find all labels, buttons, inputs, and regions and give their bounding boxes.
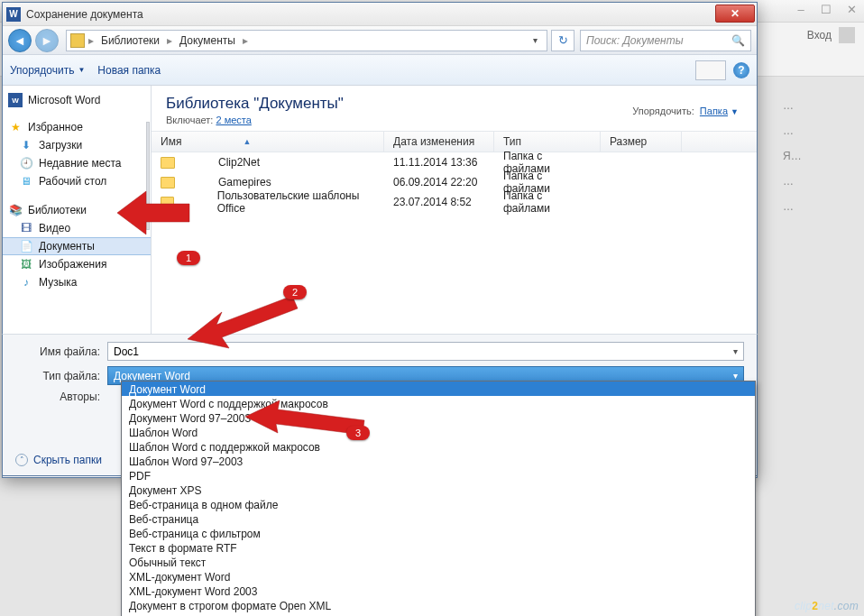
music-icon: ♪ — [19, 275, 33, 290]
filename-label: Имя файла: — [15, 345, 100, 358]
file-name: Gamepires — [218, 176, 271, 188]
search-input[interactable]: Поиск: Документы 🔍 — [580, 30, 751, 51]
sidebar-item-favorites[interactable]: ★ Избранное — [3, 118, 151, 136]
file-date: 23.07.2014 8:52 — [384, 192, 494, 212]
sidebar-item-downloads[interactable]: ⬇ Загрузки — [3, 136, 151, 154]
filetype-option[interactable]: Документ в строгом формате Open XML — [122, 598, 755, 612]
search-icon: 🔍 — [731, 34, 745, 47]
annotation-badge-3: 3 — [346, 426, 370, 440]
column-type[interactable]: Тип — [494, 132, 601, 152]
filetype-option[interactable]: Обычный текст — [122, 555, 755, 569]
dialog-title: Сохранение документа — [26, 8, 143, 21]
toolbar: Упорядочить▼ Новая папка ? — [3, 55, 757, 86]
desktop-icon: 🖥 — [19, 174, 33, 188]
annotation-badge-2: 2 — [283, 285, 307, 299]
filetype-option[interactable]: Документ Word — [122, 382, 755, 396]
filetype-option[interactable]: Шаблон Word с поддержкой макросов — [122, 439, 755, 454]
library-sort: Упорядочить: Папка ▼ — [632, 106, 739, 116]
filetype-option[interactable]: Веб-страница в одном файле — [122, 497, 755, 511]
login-label: Вход — [807, 29, 832, 41]
chevron-right-icon: ▸ — [243, 34, 248, 47]
authors-label: Авторы: — [15, 391, 100, 403]
word-icon: W — [8, 93, 23, 107]
app-close-button[interactable]: ✕ — [839, 0, 864, 18]
new-folder-button[interactable]: Новая папка — [97, 64, 161, 77]
dialog-close-button[interactable]: ✕ — [715, 5, 755, 23]
breadcrumb[interactable]: ▸ Библиотеки ▸ Документы ▸ ▾ — [66, 30, 547, 51]
recent-icon: 🕘 — [19, 156, 33, 170]
file-name: Clip2Net — [218, 156, 260, 169]
video-icon: 🎞 — [19, 221, 33, 235]
sidebar-item-music[interactable]: ♪ Музыка — [3, 273, 151, 291]
sidebar-item-word[interactable]: W Microsoft Word — [3, 91, 151, 109]
filetype-option[interactable]: Веб-страница с фильтром — [122, 526, 755, 540]
column-date[interactable]: Дата изменения — [384, 132, 494, 152]
column-size[interactable]: Размер — [601, 132, 682, 152]
filetype-option[interactable]: Документ XPS — [122, 483, 755, 497]
filetype-option[interactable]: XML-документ Word — [122, 569, 755, 584]
breadcrumb-seg-documents[interactable]: Документы — [174, 34, 241, 47]
file-name: Пользовательские шаблоны Office — [217, 189, 375, 215]
folder-icon — [161, 157, 175, 169]
navbar: ◄ ► ▸ Библиотеки ▸ Документы ▸ ▾ ↻ Поиск… — [3, 26, 757, 55]
filetype-option[interactable]: Документ Word с поддержкой макросов — [122, 396, 755, 410]
forward-button[interactable]: ► — [35, 29, 59, 52]
library-locations-link[interactable]: 2 места — [216, 115, 251, 125]
organize-button[interactable]: Упорядочить▼ — [10, 64, 85, 77]
app-maximize-button[interactable]: ☐ — [813, 0, 839, 18]
search-placeholder: Поиск: Документы — [586, 34, 684, 47]
filetype-option[interactable]: Текст OpenDocument — [122, 612, 755, 616]
breadcrumb-seg-libraries[interactable]: Библиотеки — [96, 34, 165, 47]
breadcrumb-dropdown-icon[interactable]: ▾ — [528, 35, 543, 45]
sort-mode-link[interactable]: Папка — [700, 106, 728, 116]
annotation-badge-1: 1 — [177, 251, 200, 265]
app-minimize-button[interactable]: – — [788, 0, 813, 18]
filetype-label: Тип файла: — [15, 370, 100, 382]
table-row[interactable]: Clip2Net11.11.2014 13:36Папка с файлами — [152, 152, 757, 172]
filetype-option[interactable]: Шаблон Word — [122, 425, 755, 439]
watermark: clip2net.com — [795, 600, 859, 612]
table-row[interactable]: Пользовательские шаблоны Office23.07.201… — [152, 192, 757, 212]
file-size — [601, 152, 682, 172]
images-icon: 🖼 — [19, 257, 33, 271]
file-size — [601, 192, 682, 212]
back-button[interactable]: ◄ — [8, 29, 32, 52]
titlebar: W Сохранение документа ✕ — [3, 3, 757, 26]
hide-folders-button[interactable]: Скрыть папки — [33, 454, 102, 466]
folder-icon — [161, 177, 175, 188]
avatar — [839, 27, 855, 43]
file-type: Папка с файлами — [494, 192, 601, 212]
login-area[interactable]: Вход — [807, 27, 855, 43]
chevron-down-icon[interactable]: ▾ — [733, 371, 738, 381]
documents-icon: 📄 — [19, 239, 33, 253]
star-icon: ★ — [8, 120, 23, 134]
refresh-button[interactable]: ↻ — [551, 30, 574, 51]
filetype-option[interactable]: Шаблон Word 97–2003 — [122, 454, 755, 468]
download-icon: ⬇ — [19, 138, 33, 152]
help-button[interactable]: ? — [733, 62, 749, 78]
file-date: 06.09.2014 22:20 — [384, 172, 494, 192]
chevron-right-icon: ▸ — [167, 34, 172, 47]
file-size — [601, 172, 682, 192]
chevron-down-icon: ▼ — [78, 66, 85, 74]
column-name[interactable]: Имя▲ — [152, 132, 384, 152]
svg-marker-1 — [188, 296, 298, 348]
filetype-option[interactable]: PDF — [122, 468, 755, 483]
folder-icon — [70, 33, 85, 48]
sidebar-item-recent[interactable]: 🕘 Недавние места — [3, 154, 151, 172]
sort-asc-icon: ▲ — [243, 137, 251, 146]
library-icon: 📚 — [8, 203, 23, 217]
chevron-down-icon[interactable]: ▾ — [733, 346, 738, 356]
view-mode-button[interactable] — [695, 60, 726, 80]
filetype-dropdown[interactable]: Документ WordДокумент Word с поддержкой … — [121, 381, 756, 616]
svg-marker-0 — [117, 191, 189, 234]
filetype-option[interactable]: Веб-страница — [122, 511, 755, 526]
filetype-option[interactable]: Документ Word 97–2003 — [122, 410, 755, 425]
list-header: Имя▲ Дата изменения Тип Размер — [152, 131, 757, 152]
word-icon: W — [6, 7, 21, 22]
filetype-option[interactable]: Текст в формате RTF — [122, 540, 755, 555]
chevron-right-icon: ▸ — [88, 34, 94, 47]
side-hints: … … Я… … … — [783, 99, 855, 460]
chevron-up-icon: ˄ — [15, 454, 28, 466]
filetype-option[interactable]: XML-документ Word 2003 — [122, 584, 755, 598]
